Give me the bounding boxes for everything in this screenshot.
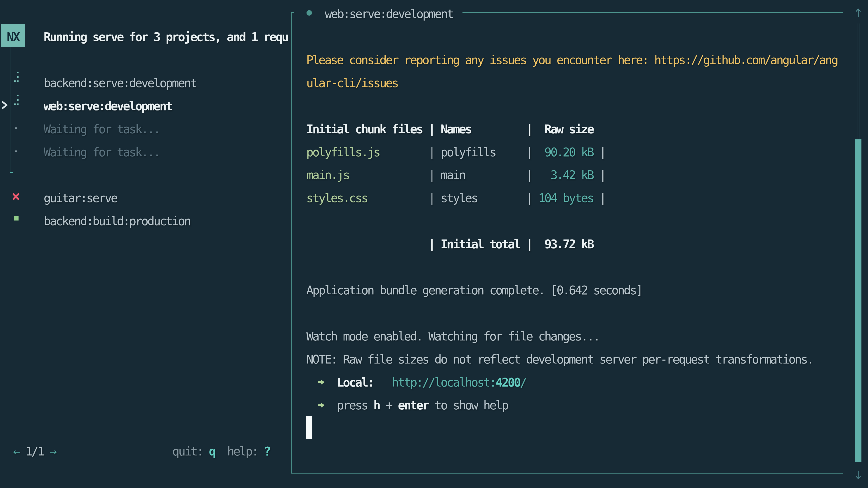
nx-logo-text: NX	[1, 30, 19, 44]
nx-logo-label: NX	[1, 24, 19, 48]
local-indent	[306, 376, 337, 389]
local-url[interactable]: http://localhost:	[392, 376, 495, 389]
task-tree-line	[10, 47, 10, 173]
help-key-enter: enter	[398, 398, 428, 412]
task-item-guitar-serve[interactable]: guitar:serve	[43, 186, 117, 210]
output-panel-title[interactable]: web:serve:development	[325, 1, 453, 26]
note-line: NOTE: Raw file sizes do not reflect deve…	[306, 347, 813, 371]
chunk-table-row-main: main.js | main | 3.42 kB |	[306, 162, 605, 187]
waiting-bullet-icon	[15, 151, 17, 152]
task-item-waiting-2[interactable]: Waiting for task...	[43, 139, 160, 164]
chunk-table-row-styles: styles.css | styles | 104 bytes |	[306, 186, 605, 210]
task-item-web-serve-selected[interactable]: web:serve:development	[43, 93, 172, 118]
local-label: Local:	[337, 376, 373, 389]
help-pre: press	[337, 398, 373, 412]
terminal-cursor[interactable]	[306, 416, 312, 439]
help-mid: +	[379, 398, 398, 412]
waiting-bullet-icon	[15, 127, 17, 129]
task-tree-line-foot	[10, 172, 13, 173]
pager-left-arrow-icon[interactable]: ←	[13, 445, 19, 458]
scrollbar-track-left-edge	[858, 24, 858, 139]
left-header-title: Running serve for 3 projects, and 1 requ	[43, 24, 288, 48]
bundle-complete-line: Application bundle generation complete. …	[306, 278, 642, 302]
task-item-backend-build[interactable]: backend:build:production	[43, 208, 190, 233]
chunk-row-tail: |	[593, 168, 605, 182]
chunk-raw-size: 104 bytes	[538, 191, 593, 205]
local-url-line: Local: http://localhost:4200/	[306, 369, 526, 394]
help-key-h: h	[373, 398, 379, 412]
show-help-line: press h + enter to show help	[306, 393, 508, 417]
output-box-border-left	[291, 12, 291, 474]
scrollbar-down-arrow-icon[interactable]	[856, 470, 861, 480]
task-failed-cross-icon	[13, 193, 19, 200]
chunk-row-tail: |	[593, 145, 605, 159]
output-box-border-bottom	[291, 473, 843, 474]
scrollbar-up-arrow-icon[interactable]	[856, 8, 861, 18]
chunk-file-name: polyfills.js	[306, 145, 379, 159]
hotkey-bar: quit: q help: ?	[172, 439, 270, 463]
help-key[interactable]: ?	[264, 445, 270, 458]
chunk-file-name: main.js	[306, 168, 349, 182]
task-success-square-icon	[14, 216, 19, 221]
output-box-border-top-stub	[291, 12, 294, 13]
task-item-waiting-1[interactable]: Waiting for task...	[43, 116, 160, 140]
chunk-row-separators: | polyfills |	[379, 145, 544, 159]
chunk-raw-size: 3.42 kB	[550, 168, 593, 182]
nx-terminal-ui: NX Running serve for 3 projects, and 1 r…	[0, 0, 868, 488]
pager-right-arrow-icon[interactable]: →	[50, 445, 56, 458]
notice-line-1: Please consider reporting any issues you…	[306, 47, 837, 71]
selected-task-chevron-icon	[1, 101, 8, 109]
quit-label: quit:	[172, 445, 209, 458]
help-post: to show help	[428, 398, 508, 412]
chunk-table-header: Initial chunk files | Names | Raw size	[306, 116, 593, 140]
local-gap	[373, 376, 392, 389]
chunk-file-name: styles.css	[306, 191, 367, 205]
help-indent	[306, 398, 337, 412]
pager-label: 1/1	[19, 445, 50, 458]
chunk-table-row-polyfills: polyfills.js | polyfills | 90.20 kB |	[306, 139, 605, 164]
chunk-row-tail: |	[593, 191, 605, 205]
watch-mode-line: Watch mode enabled. Watching for file ch…	[306, 324, 599, 348]
notice-line-2: ular-cli/issues	[306, 70, 398, 94]
hotkey-gap	[215, 445, 227, 458]
chunk-raw-size: 90.20 kB	[544, 145, 593, 159]
task-item-backend-serve[interactable]: backend:serve:development	[43, 70, 196, 94]
quit-key[interactable]: q	[209, 445, 215, 458]
help-label: help:	[227, 445, 264, 458]
output-box-border-top	[463, 12, 843, 13]
scrollbar-thumb[interactable]	[855, 139, 862, 462]
local-url-port[interactable]: 4200	[495, 376, 520, 389]
output-title-bullet-icon	[307, 10, 312, 15]
pager: ← 1/1 →	[13, 439, 56, 463]
chunk-table-total-row: | Initial total | 93.72 kB	[306, 232, 593, 256]
chunk-row-separators: | styles |	[367, 191, 538, 205]
chunk-row-separators: | main |	[349, 168, 550, 182]
local-url-slash[interactable]: /	[520, 376, 526, 389]
scrollbar-track-right-edge	[859, 24, 860, 139]
